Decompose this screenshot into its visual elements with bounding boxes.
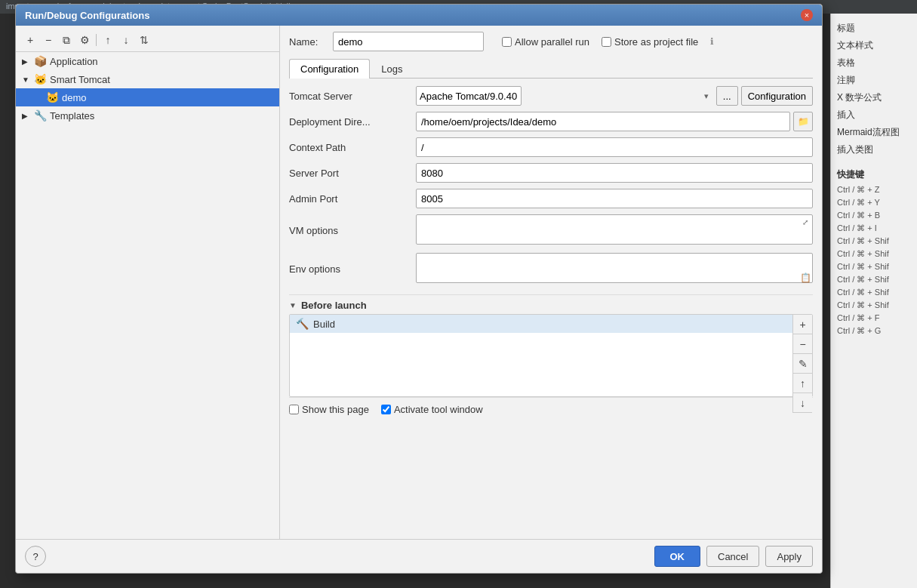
dialog-body: + − ⧉ ⚙ ↑ ↓ ⇅ ▶ 📦 Application ▼ 🐱 Smart … bbox=[16, 26, 822, 539]
right-panel-footnote[interactable]: 注脚 bbox=[834, 72, 914, 89]
smart-tomcat-arrow: ▼ bbox=[22, 75, 31, 84]
sidebar-item-templates[interactable]: ▶ 🔧 Templates bbox=[16, 106, 279, 125]
deployment-dir-input[interactable] bbox=[416, 112, 790, 131]
launch-add-button[interactable]: + bbox=[792, 315, 812, 334]
launch-down-button[interactable]: ↓ bbox=[792, 393, 812, 413]
show-page-checkbox[interactable] bbox=[289, 405, 299, 414]
right-panel-formula[interactable]: X 数学公式 bbox=[834, 89, 914, 106]
demo-icon: 🐱 bbox=[46, 91, 59, 103]
dialog-footer: ? OK Cancel Apply bbox=[16, 539, 822, 573]
shortcut-7: Ctrl / ⌘ + Shif bbox=[834, 260, 914, 273]
templates-label: Templates bbox=[50, 110, 94, 122]
before-launch-section[interactable]: ▼ Before launch bbox=[289, 294, 813, 314]
tomcat-config-button[interactable]: Configuration bbox=[741, 86, 813, 106]
dialog-titlebar: Run/Debug Configurations × bbox=[16, 5, 822, 26]
main-content: Name: Allow parallel run Store as projec… bbox=[280, 26, 822, 539]
run-debug-dialog: Run/Debug Configurations × + − ⧉ ⚙ ↑ ↓ ⇅… bbox=[15, 4, 823, 574]
right-panel-class-diagram[interactable]: 插入类图 bbox=[834, 141, 914, 159]
build-label: Build bbox=[313, 319, 335, 330]
sidebar-copy-button[interactable]: ⧉ bbox=[58, 32, 75, 48]
vm-options-label: VM options bbox=[289, 225, 410, 236]
templates-icon: 🔧 bbox=[34, 109, 47, 122]
tomcat-server-select-wrapper: Apache Tomcat/9.0.40 bbox=[416, 86, 713, 106]
launch-up-button[interactable]: ↑ bbox=[792, 374, 812, 393]
admin-port-input[interactable] bbox=[416, 189, 813, 208]
deployment-dir-browse-button[interactable]: 📁 bbox=[793, 112, 813, 131]
sidebar-item-application[interactable]: ▶ 📦 Application bbox=[16, 52, 279, 70]
launch-build-row[interactable]: 🔨 Build bbox=[290, 315, 812, 333]
sidebar-remove-button[interactable]: − bbox=[40, 32, 57, 48]
before-launch-arrow: ▼ bbox=[289, 301, 297, 309]
sidebar-item-smart-tomcat[interactable]: ▼ 🐱 Smart Tomcat bbox=[16, 70, 279, 88]
sidebar-down-button[interactable]: ↓ bbox=[118, 32, 134, 48]
shortcut-5: Ctrl / ⌘ + Shif bbox=[834, 235, 914, 248]
shortcut-10: Ctrl / ⌘ + Shif bbox=[834, 299, 914, 312]
right-panel: 标题 文本样式 表格 注脚 X 数学公式 插入 Mermaid流程图 插入类图 … bbox=[830, 14, 917, 588]
tomcat-server-select[interactable]: Apache Tomcat/9.0.40 bbox=[416, 86, 522, 106]
tomcat-server-row: Apache Tomcat/9.0.40 ... Configuration bbox=[416, 86, 813, 106]
activate-window-label[interactable]: Activate tool window bbox=[381, 404, 483, 415]
deployment-dir-label: Deployment Dire... bbox=[289, 116, 410, 128]
allow-parallel-checkbox[interactable] bbox=[502, 37, 512, 47]
apply-button[interactable]: Apply bbox=[765, 546, 813, 567]
server-port-row bbox=[416, 163, 813, 183]
vm-options-input[interactable] bbox=[416, 214, 813, 245]
context-path-row bbox=[416, 137, 813, 157]
smart-tomcat-label: Smart Tomcat bbox=[50, 74, 110, 85]
name-label: Name: bbox=[289, 36, 327, 48]
env-options-wrapper: 📋 bbox=[416, 253, 813, 285]
env-options-note-button[interactable]: 📋 bbox=[799, 272, 811, 284]
server-port-label: Server Port bbox=[289, 168, 410, 179]
server-port-input[interactable] bbox=[416, 163, 813, 183]
env-options-row: 📋 bbox=[416, 253, 813, 285]
sidebar-item-demo[interactable]: 🐱 demo bbox=[16, 88, 279, 106]
shortcut-4: Ctrl / ⌘ + I bbox=[834, 222, 914, 235]
vm-options-expand-button[interactable]: ⤢ bbox=[799, 216, 811, 228]
shortcut-6: Ctrl / ⌘ + Shif bbox=[834, 248, 914, 260]
ok-button[interactable]: OK bbox=[654, 546, 701, 567]
allow-parallel-label[interactable]: Allow parallel run bbox=[502, 36, 589, 48]
right-panel-mermaid[interactable]: Mermaid流程图 bbox=[834, 124, 914, 141]
launch-remove-button[interactable]: − bbox=[792, 334, 812, 354]
tab-logs[interactable]: Logs bbox=[370, 59, 414, 79]
cancel-button[interactable]: Cancel bbox=[706, 546, 759, 567]
tab-configuration[interactable]: Configuration bbox=[289, 59, 370, 79]
admin-port-label: Admin Port bbox=[289, 193, 410, 205]
right-panel-insert[interactable]: 插入 bbox=[834, 106, 914, 124]
configuration-form: Tomcat Server Apache Tomcat/9.0.40 ... C… bbox=[289, 86, 813, 285]
tabs: Configuration Logs bbox=[289, 59, 813, 79]
store-project-checkbox[interactable] bbox=[602, 37, 611, 47]
right-panel-title[interactable]: 标题 bbox=[834, 20, 914, 37]
sidebar-add-button[interactable]: + bbox=[22, 32, 38, 48]
sidebar-up-button[interactable]: ↑ bbox=[100, 32, 116, 48]
dialog-close-button[interactable]: × bbox=[801, 9, 813, 21]
help-button[interactable]: ? bbox=[25, 546, 46, 567]
tomcat-server-label: Tomcat Server bbox=[289, 91, 410, 102]
bottom-options: Show this page Activate tool window bbox=[289, 397, 813, 415]
launch-list-area: 🔨 Build + − ✎ ↑ ↓ bbox=[289, 314, 813, 397]
tomcat-browse-button[interactable]: ... bbox=[716, 86, 738, 106]
shortcut-9: Ctrl / ⌘ + Shif bbox=[834, 286, 914, 299]
name-input[interactable] bbox=[333, 32, 484, 51]
before-launch-label: Before launch bbox=[301, 300, 367, 311]
store-project-info-icon: ℹ bbox=[710, 36, 714, 47]
activate-window-checkbox[interactable] bbox=[381, 405, 391, 414]
demo-label: demo bbox=[62, 92, 87, 103]
sidebar-sort-button[interactable]: ⇅ bbox=[136, 32, 152, 48]
shortcut-11: Ctrl / ⌘ + F bbox=[834, 312, 914, 325]
store-project-label[interactable]: Store as project file bbox=[602, 36, 698, 48]
shortcut-12: Ctrl / ⌘ + G bbox=[834, 325, 914, 337]
show-page-label[interactable]: Show this page bbox=[289, 404, 369, 415]
context-path-label: Context Path bbox=[289, 142, 410, 153]
launch-edit-button[interactable]: ✎ bbox=[792, 354, 812, 374]
sidebar-settings-button[interactable]: ⚙ bbox=[76, 32, 93, 48]
vm-options-wrapper: ⤢ bbox=[416, 214, 813, 247]
sidebar-toolbar: + − ⧉ ⚙ ↑ ↓ ⇅ bbox=[16, 29, 279, 52]
right-panel-text-style[interactable]: 文本样式 bbox=[834, 37, 914, 54]
smart-tomcat-icon: 🐱 bbox=[34, 73, 47, 85]
context-path-input[interactable] bbox=[416, 137, 813, 157]
env-options-input[interactable] bbox=[416, 253, 813, 283]
right-panel-table[interactable]: 表格 bbox=[834, 54, 914, 72]
env-options-label: Env options bbox=[289, 263, 410, 275]
templates-arrow: ▶ bbox=[22, 112, 31, 120]
